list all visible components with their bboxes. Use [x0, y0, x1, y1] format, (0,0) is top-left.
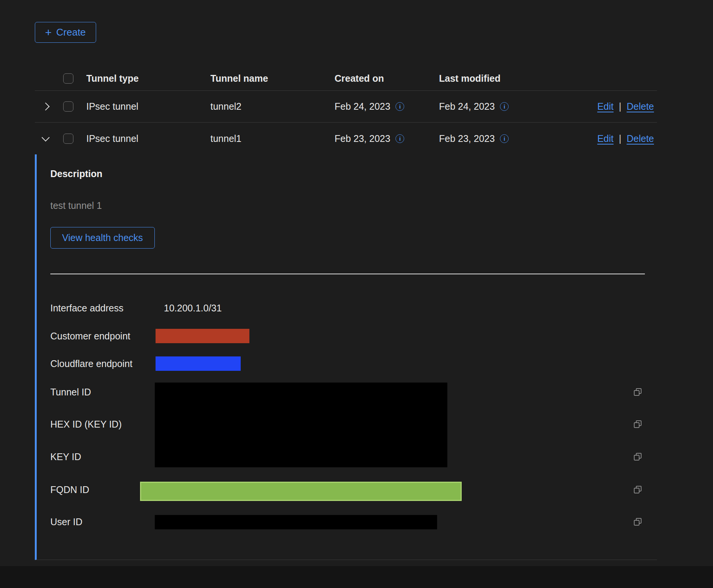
create-button-label: Create	[56, 26, 86, 38]
info-icon[interactable]	[395, 102, 404, 111]
customer-endpoint-redaction	[156, 329, 249, 343]
delete-link[interactable]: Delete	[627, 101, 654, 112]
expand-chevron-icon[interactable]	[41, 103, 49, 110]
view-health-checks-button[interactable]: View health checks	[50, 227, 155, 249]
fqdn-id-redaction	[140, 482, 462, 501]
field-label-customer-endpoint: Customer endpoint	[50, 330, 130, 342]
row-checkbox[interactable]	[63, 101, 73, 112]
description-label: Description	[50, 168, 657, 179]
copy-icon[interactable]	[633, 452, 643, 462]
tunnel-type-cell: IPsec tunnel	[80, 101, 204, 112]
collapse-chevron-icon[interactable]	[41, 133, 49, 141]
created-on-value: Feb 24, 2023	[335, 101, 390, 112]
tunnel-type-cell: IPsec tunnel	[80, 133, 204, 144]
cloudflare-endpoint-redaction	[156, 356, 241, 371]
field-label-key-id: KEY ID	[50, 451, 81, 462]
table-header-row: Tunnel type Tunnel name Created on Last …	[35, 67, 657, 91]
select-all-checkbox[interactable]	[63, 73, 73, 84]
last-modified-value: Feb 23, 2023	[439, 133, 495, 144]
action-separator: |	[619, 101, 621, 112]
column-header-last-modified: Last modified	[433, 73, 546, 84]
column-header-tunnel-type: Tunnel type	[80, 73, 204, 84]
plus-icon: +	[45, 28, 52, 37]
tunnel-name-cell: tunnel1	[204, 133, 328, 144]
column-header-tunnel-name: Tunnel name	[204, 73, 328, 84]
info-icon[interactable]	[395, 134, 404, 143]
user-id-redaction	[155, 515, 437, 529]
field-label-tunnel-id: Tunnel ID	[50, 386, 91, 398]
copy-icon[interactable]	[633, 517, 643, 527]
field-label-interface-address: Interface address	[50, 302, 123, 314]
page-bottom-strip	[0, 566, 713, 588]
edit-link[interactable]: Edit	[597, 133, 613, 144]
info-icon[interactable]	[500, 102, 509, 111]
description-value: test tunnel 1	[50, 200, 657, 211]
field-label-fqdn-id: FQDN ID	[50, 484, 89, 495]
tunnels-table: Tunnel type Tunnel name Created on Last …	[35, 67, 657, 560]
action-separator: |	[619, 133, 621, 144]
create-button[interactable]: + Create	[35, 22, 96, 43]
copy-icon[interactable]	[633, 485, 643, 495]
tunnel-id-redaction	[155, 383, 447, 467]
field-label-user-id: User ID	[50, 516, 83, 527]
tunnel-name-cell: tunnel2	[204, 101, 328, 112]
field-label-cloudflare-endpoint: Cloudflare endpoint	[50, 358, 132, 369]
info-icon[interactable]	[500, 134, 509, 143]
table-row: IPsec tunnel tunnel1 Feb 23, 2023 Feb 23…	[35, 123, 657, 154]
field-label-hex-id: HEX ID (KEY ID)	[50, 418, 121, 430]
edit-link[interactable]: Edit	[597, 101, 613, 112]
last-modified-value: Feb 24, 2023	[439, 101, 495, 112]
column-header-created-on: Created on	[328, 73, 433, 84]
delete-link[interactable]: Delete	[627, 133, 654, 144]
row-checkbox[interactable]	[63, 134, 73, 144]
created-on-value: Feb 23, 2023	[335, 133, 390, 144]
tunnels-page: + Create Tunnel type Tunnel name Created…	[0, 0, 713, 588]
copy-icon[interactable]	[633, 419, 643, 429]
tunnel-fields: Interface address Customer endpoint Clou…	[50, 295, 656, 544]
table-row: IPsec tunnel tunnel2 Feb 24, 2023 Feb 24…	[35, 91, 657, 123]
copy-icon[interactable]	[633, 387, 643, 397]
details-divider	[50, 274, 645, 274]
tunnel-details-panel: Description test tunnel 1 View health ch…	[35, 154, 657, 560]
interface-address-value: 10.200.1.0/31	[164, 302, 222, 314]
